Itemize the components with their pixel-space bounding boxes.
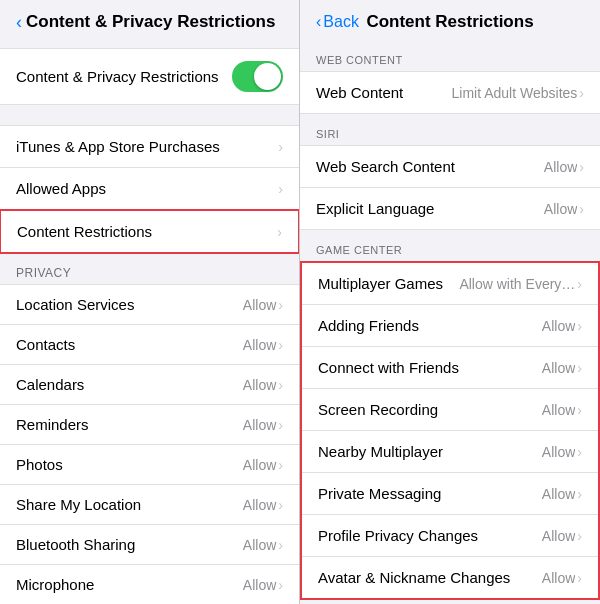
web-content-item[interactable]: Web Content Limit Adult Websites › [300,72,600,113]
screen-recording-value: Allow [542,402,575,418]
nearby-multiplayer-label: Nearby Multiplayer [318,443,443,460]
right-back-label: Back [323,13,359,31]
photos-item[interactable]: Photos Allow › [0,445,299,485]
web-content-value: Limit Adult Websites [452,85,578,101]
reminders-value: Allow [243,417,276,433]
web-content-section-label: WEB CONTENT [300,40,600,71]
nearby-multiplayer-item[interactable]: Nearby Multiplayer Allow › [302,431,598,473]
profile-privacy-changes-label: Profile Privacy Changes [318,527,478,544]
left-nav-header: ‹ Content & Privacy Restrictions [0,0,299,40]
content-restrictions-item[interactable]: Content Restrictions › [0,209,300,254]
multiplayer-games-item[interactable]: Multiplayer Games Allow with Every… › [302,263,598,305]
share-my-location-label: Share My Location [16,496,141,513]
avatar-nickname-changes-value: Allow [542,570,575,586]
location-services-chevron: › [278,297,283,313]
contacts-label: Contacts [16,336,75,353]
explicit-language-value: Allow [544,201,577,217]
screen-recording-chevron: › [577,402,582,418]
avatar-nickname-changes-item[interactable]: Avatar & Nickname Changes Allow › [302,557,598,598]
right-back-button[interactable]: ‹ Back [316,13,359,31]
web-search-content-label: Web Search Content [316,158,455,175]
allowed-apps-right: › [278,181,283,197]
content-privacy-toggle[interactable] [232,61,283,92]
profile-privacy-changes-right: Allow › [542,528,582,544]
allowed-apps-item[interactable]: Allowed Apps › [0,168,299,210]
photos-label: Photos [16,456,63,473]
avatar-nickname-changes-label: Avatar & Nickname Changes [318,569,510,586]
calendars-label: Calendars [16,376,84,393]
web-content-section: Web Content Limit Adult Websites › [300,71,600,114]
bluetooth-sharing-label: Bluetooth Sharing [16,536,135,553]
right-content: WEB CONTENT Web Content Limit Adult Webs… [300,40,600,604]
web-search-content-chevron: › [579,159,584,175]
itunes-purchases-label: iTunes & App Store Purchases [16,138,220,155]
multiplayer-games-chevron: › [577,276,582,292]
photos-right: Allow › [243,457,283,473]
location-services-item[interactable]: Location Services Allow › [0,285,299,325]
microphone-value: Allow [243,577,276,593]
profile-privacy-changes-item[interactable]: Profile Privacy Changes Allow › [302,515,598,557]
left-nav-title: Content & Privacy Restrictions [26,12,275,32]
privacy-section: Location Services Allow › Contacts Allow… [0,284,299,604]
privacy-section-label: PRIVACY [0,254,299,284]
screen-recording-right: Allow › [542,402,582,418]
multiplayer-games-value: Allow with Every… [459,276,575,292]
location-services-value: Allow [243,297,276,313]
siri-section: Web Search Content Allow › Explicit Lang… [300,145,600,230]
toggle-knob [254,63,281,90]
toggle-label: Content & Privacy Restrictions [16,68,219,85]
itunes-chevron: › [278,139,283,155]
location-services-label: Location Services [16,296,134,313]
microphone-item[interactable]: Microphone Allow › [0,565,299,604]
bluetooth-sharing-chevron: › [278,537,283,553]
share-my-location-chevron: › [278,497,283,513]
nearby-multiplayer-right: Allow › [542,444,582,460]
microphone-chevron: › [278,577,283,593]
adding-friends-item[interactable]: Adding Friends Allow › [302,305,598,347]
itunes-purchases-right: › [278,139,283,155]
contacts-chevron: › [278,337,283,353]
profile-privacy-changes-chevron: › [577,528,582,544]
multiplayer-games-right: Allow with Every… › [459,276,582,292]
web-content-label: Web Content [316,84,403,101]
explicit-language-item[interactable]: Explicit Language Allow › [300,188,600,229]
connect-with-friends-label: Connect with Friends [318,359,459,376]
avatar-nickname-changes-right: Allow › [542,570,582,586]
avatar-nickname-changes-chevron: › [577,570,582,586]
reminders-label: Reminders [16,416,89,433]
bluetooth-sharing-item[interactable]: Bluetooth Sharing Allow › [0,525,299,565]
screen-recording-item[interactable]: Screen Recording Allow › [302,389,598,431]
right-nav-header: ‹ Back Content Restrictions [300,0,600,40]
itunes-purchases-item[interactable]: iTunes & App Store Purchases › [0,126,299,168]
content-restrictions-chevron: › [277,224,282,240]
web-search-content-item[interactable]: Web Search Content Allow › [300,146,600,188]
right-panel: ‹ Back Content Restrictions WEB CONTENT … [300,0,600,604]
nearby-multiplayer-value: Allow [542,444,575,460]
adding-friends-right: Allow › [542,318,582,334]
screen-recording-label: Screen Recording [318,401,438,418]
profile-privacy-changes-value: Allow [542,528,575,544]
adding-friends-value: Allow [542,318,575,334]
explicit-language-right: Allow › [544,201,584,217]
private-messaging-item[interactable]: Private Messaging Allow › [302,473,598,515]
calendars-item[interactable]: Calendars Allow › [0,365,299,405]
left-back-icon[interactable]: ‹ [16,13,22,31]
allowed-apps-chevron: › [278,181,283,197]
contacts-value: Allow [243,337,276,353]
calendars-right: Allow › [243,377,283,393]
private-messaging-label: Private Messaging [318,485,441,502]
left-panel: ‹ Content & Privacy Restrictions Content… [0,0,300,604]
home-indicator [300,600,600,604]
bluetooth-sharing-right: Allow › [243,537,283,553]
connect-with-friends-item[interactable]: Connect with Friends Allow › [302,347,598,389]
reminders-item[interactable]: Reminders Allow › [0,405,299,445]
contacts-item[interactable]: Contacts Allow › [0,325,299,365]
web-search-content-value: Allow [544,159,577,175]
adding-friends-chevron: › [577,318,582,334]
share-my-location-item[interactable]: Share My Location Allow › [0,485,299,525]
right-nav-title: Content Restrictions [366,12,533,32]
allowed-apps-label: Allowed Apps [16,180,106,197]
toggle-row: Content & Privacy Restrictions [0,48,299,105]
contacts-right: Allow › [243,337,283,353]
private-messaging-right: Allow › [542,486,582,502]
